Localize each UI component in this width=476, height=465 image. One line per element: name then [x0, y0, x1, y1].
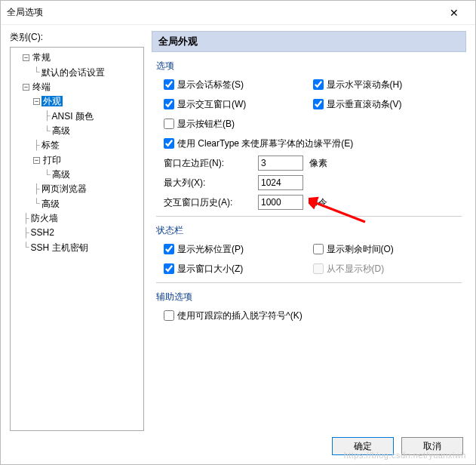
tree-print[interactable]: −打印	[12, 152, 142, 167]
titlebar: 全局选项 ✕	[1, 1, 475, 25]
lbl-interactive: 显示交互窗口(W)	[177, 98, 246, 111]
input-history[interactable]	[258, 195, 303, 210]
dialog-window: 全局选项 ✕ 类别(C): −常规 └默认的会话设置 −终端 −外观 ├ANSI…	[0, 0, 476, 465]
lbl-history: 交互窗口历史(A):	[164, 196, 258, 209]
input-max-cols[interactable]	[258, 175, 303, 190]
tree-general[interactable]: −常规	[12, 51, 142, 65]
chk-winsize[interactable]	[164, 263, 174, 274]
tree-ssh-hostkeys[interactable]: └SSH 主机密钥	[12, 240, 142, 254]
lbl-cursor-pos: 显示光标位置(P)	[177, 243, 244, 256]
lbl-max-cols: 最大列(X):	[164, 177, 258, 189]
lbl-hscroll: 显示水平滚动条(H)	[327, 79, 403, 91]
tree-firewall[interactable]: ├防火墙	[12, 211, 142, 226]
tree-terminal[interactable]: −终端	[12, 80, 142, 94]
collapse-icon[interactable]: −	[23, 54, 29, 61]
chk-cleartype[interactable]	[164, 138, 174, 149]
chk-session-tabs[interactable]	[164, 79, 174, 90]
lbl-winsize: 显示窗口大小(Z)	[177, 263, 243, 276]
collapse-icon[interactable]: −	[33, 157, 40, 164]
collapse-icon[interactable]: −	[23, 84, 29, 91]
chk-never-sec	[313, 263, 324, 274]
collapse-icon[interactable]: −	[33, 98, 40, 105]
tree-ansi-color[interactable]: ├ANSI 颜色	[12, 109, 142, 123]
lbl-caret: 使用可跟踪的插入脱字符号^(K)	[177, 309, 302, 322]
tree-default-session[interactable]: └默认的会话设置	[12, 65, 142, 79]
tree-web-browser[interactable]: ├网页浏览器	[12, 182, 142, 196]
chk-caret[interactable]	[164, 310, 174, 321]
unit-pixel: 像素	[309, 157, 327, 170]
lbl-remaining: 显示剩余时间(O)	[327, 243, 394, 256]
category-label: 类别(C):	[10, 31, 144, 44]
chk-button-bar[interactable]	[164, 119, 174, 129]
group-options-title: 选项	[156, 60, 462, 72]
chk-interactive[interactable]	[164, 99, 174, 109]
lbl-button-bar: 显示按钮栏(B)	[177, 118, 235, 131]
group-statusbar-title: 状态栏	[156, 224, 462, 237]
unit-command: 命令	[309, 196, 327, 209]
chk-vscroll[interactable]	[313, 99, 324, 109]
tree-ssh2[interactable]: ├SSH2	[12, 226, 142, 240]
close-icon[interactable]: ✕	[439, 4, 469, 22]
chk-hscroll[interactable]	[313, 79, 324, 90]
tree-appearance[interactable]: −外观	[12, 94, 142, 109]
panel-title: 全局外观	[152, 31, 466, 52]
input-left-margin[interactable]	[258, 156, 303, 171]
lbl-left-margin: 窗口左边距(N):	[164, 157, 258, 170]
lbl-vscroll: 显示垂直滚动条(V)	[327, 98, 402, 111]
chk-cursor-pos[interactable]	[164, 244, 174, 254]
lbl-cleartype: 使用 ClearType 来使屏幕字体的边缘平滑(E)	[177, 137, 353, 150]
tree-advanced[interactable]: └高级	[12, 168, 142, 182]
panel-body: 选项 显示会话标签(S) 显示水平滚动条(H) 显示交互窗口(W) 显示垂直滚动…	[152, 52, 466, 431]
category-tree[interactable]: −常规 └默认的会话设置 −终端 −外观 ├ANSI 颜色 └高级 ├标签 −打…	[10, 47, 144, 431]
tree-advanced[interactable]: └高级	[12, 196, 142, 211]
group-aux-title: 辅助选项	[156, 291, 462, 303]
tree-tabs[interactable]: ├标签	[12, 138, 142, 152]
watermark: https://blog.csdn.net/yuanxiwh	[344, 451, 466, 460]
tree-advanced[interactable]: └高级	[12, 124, 142, 138]
window-title: 全局选项	[7, 6, 439, 19]
lbl-never-sec: 从不显示秒(D)	[327, 263, 385, 276]
lbl-session-tabs: 显示会话标签(S)	[177, 79, 244, 91]
chk-remaining[interactable]	[313, 244, 324, 254]
